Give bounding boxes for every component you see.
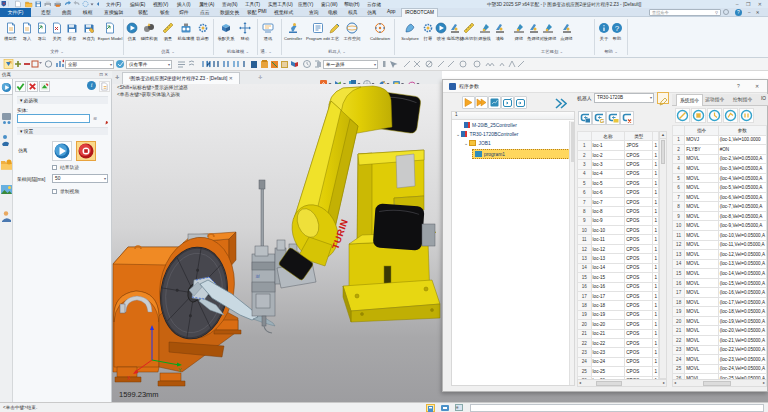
svg-text:近: 近	[255, 274, 260, 278]
svg-text:?: ?	[615, 24, 620, 33]
svg-text:G: G	[600, 118, 605, 124]
svg-text:1599.23mm: 1599.23mm	[119, 390, 159, 399]
